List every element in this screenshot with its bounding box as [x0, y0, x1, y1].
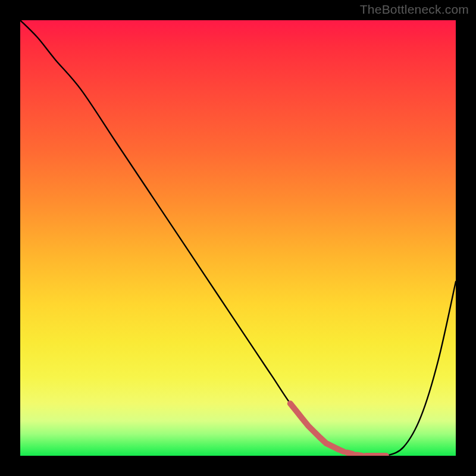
optimal-band-left [290, 403, 339, 449]
plot-area [20, 20, 456, 456]
bottleneck-curve [20, 20, 456, 456]
curve-svg [20, 20, 456, 456]
chart-frame: TheBottleneck.com [0, 0, 476, 476]
optimal-band-right [338, 449, 386, 456]
watermark-text: TheBottleneck.com [360, 2, 469, 17]
